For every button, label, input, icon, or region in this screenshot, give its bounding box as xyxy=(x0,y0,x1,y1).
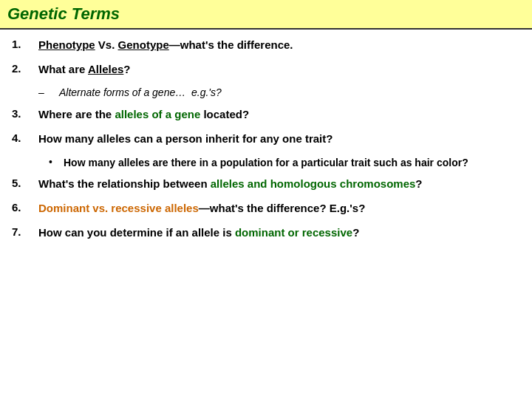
list-item: 4. How many alleles can a person inherit… xyxy=(12,131,520,146)
item-text-1: Phenotype Vs. Genotype—what's the differ… xyxy=(38,37,520,52)
item-number-2: 2. xyxy=(12,61,38,75)
list-item: 3. Where are the alleles of a gene locat… xyxy=(12,106,520,122)
item-number-4: 4. xyxy=(12,131,38,144)
item-text-3: Where are the alleles of a gene located? xyxy=(38,106,520,122)
content-area: 1. Phenotype Vs. Genotype—what's the dif… xyxy=(0,30,532,256)
list-item: 2. What are Alleles? xyxy=(12,61,520,77)
bullet-item-4: • How many alleles are there in a popula… xyxy=(49,155,520,170)
list-item: 7. How can you determine if an allele is… xyxy=(12,225,520,240)
page-title: Genetic Terms xyxy=(7,4,120,23)
list-item: 6. Dominant vs. recessive alleles—what's… xyxy=(12,200,520,216)
item-number-6: 6. xyxy=(12,200,38,214)
list-item: 1. Phenotype Vs. Genotype—what's the dif… xyxy=(12,37,520,52)
sub-dash: – xyxy=(38,86,59,98)
item-number-5: 5. xyxy=(12,176,38,189)
sub-item-2: – Alternate forms of a gene… e.g.'s? xyxy=(38,86,520,100)
bullet-text-4: How many alleles are there in a populati… xyxy=(64,155,520,170)
list-item: 5. What's the relationship between allel… xyxy=(12,176,520,191)
item-text-4: How many alleles can a person inherit fo… xyxy=(38,131,520,146)
header: Genetic Terms xyxy=(0,0,532,30)
item-text-2: What are Alleles? xyxy=(38,61,520,77)
sub-text-2: Alternate forms of a gene… e.g.'s? xyxy=(59,86,520,100)
item-number-7: 7. xyxy=(12,225,38,238)
bullet-symbol: • xyxy=(49,155,64,168)
item-number-1: 1. xyxy=(12,37,38,50)
item-text-7: How can you determine if an allele is do… xyxy=(38,225,520,240)
item-text-6: Dominant vs. recessive alleles—what's th… xyxy=(38,200,520,216)
item-text-5: What's the relationship between alleles … xyxy=(38,176,520,191)
item-number-3: 3. xyxy=(12,106,38,120)
